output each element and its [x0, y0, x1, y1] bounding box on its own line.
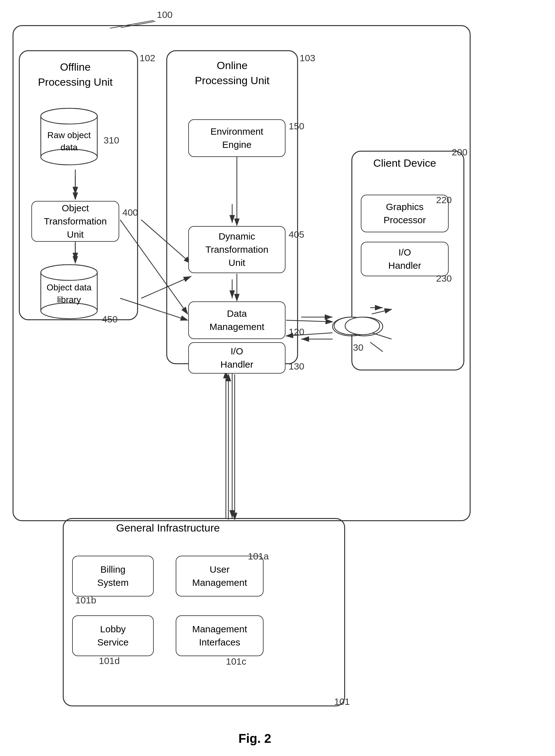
label-230: 230 — [436, 273, 452, 284]
data-mgmt-box: DataManagement — [188, 302, 286, 339]
diagram: 100 OfflineProcessing Unit 102 Raw objec… — [0, 0, 555, 756]
io-handler-online-box: I/OHandler — [188, 342, 286, 373]
label-100: 100 — [157, 9, 173, 20]
io-handler-client-box: I/OHandler — [361, 242, 449, 276]
env-engine-box: EnvironmentEngine — [188, 119, 286, 157]
svg-point-21 — [41, 149, 97, 165]
label-30: 30 — [353, 342, 363, 353]
label-200: 200 — [452, 147, 467, 158]
figure-label: Fig. 2 — [239, 731, 271, 746]
svg-point-27 — [41, 303, 97, 319]
label-101b: 101b — [75, 595, 96, 606]
svg-point-28 — [41, 265, 97, 280]
label-103: 103 — [300, 53, 315, 64]
lobby-box: LobbyService — [72, 615, 154, 656]
svg-point-22 — [41, 108, 97, 124]
label-130: 130 — [289, 361, 304, 372]
label-102: 102 — [140, 53, 155, 64]
label-101d: 101d — [99, 655, 120, 666]
label-150: 150 — [289, 121, 304, 131]
label-101: 101 — [334, 697, 350, 707]
mgmt-iface-box: ManagementInterfaces — [176, 615, 263, 656]
billing-box: BillingSystem — [72, 556, 154, 597]
label-101a: 101a — [248, 551, 269, 562]
otu-box: ObjectTransformationUnit — [31, 201, 119, 242]
infra-box — [63, 518, 345, 706]
dtu-box: DynamicTransformationUnit — [188, 226, 286, 273]
online-title: OnlineProcessing Unit — [176, 58, 289, 88]
label-120: 120 — [289, 326, 304, 337]
object-data-library: Object datalibrary — [38, 264, 100, 323]
infra-title: General Infrastructure — [116, 522, 220, 534]
label-400: 400 — [122, 207, 138, 218]
label-450: 450 — [102, 314, 118, 325]
label-405: 405 — [289, 229, 304, 240]
user-mgmt-box: UserManagement — [176, 556, 263, 597]
client-title: Client Device — [358, 157, 452, 169]
label-220: 220 — [436, 195, 452, 205]
gfx-processor-box: GraphicsProcessor — [361, 195, 449, 232]
raw-object-data: Raw objectdata — [38, 107, 100, 169]
label-310: 310 — [103, 135, 119, 146]
offline-title: OfflineProcessing Unit — [28, 59, 122, 89]
label-101c: 101c — [226, 656, 246, 667]
